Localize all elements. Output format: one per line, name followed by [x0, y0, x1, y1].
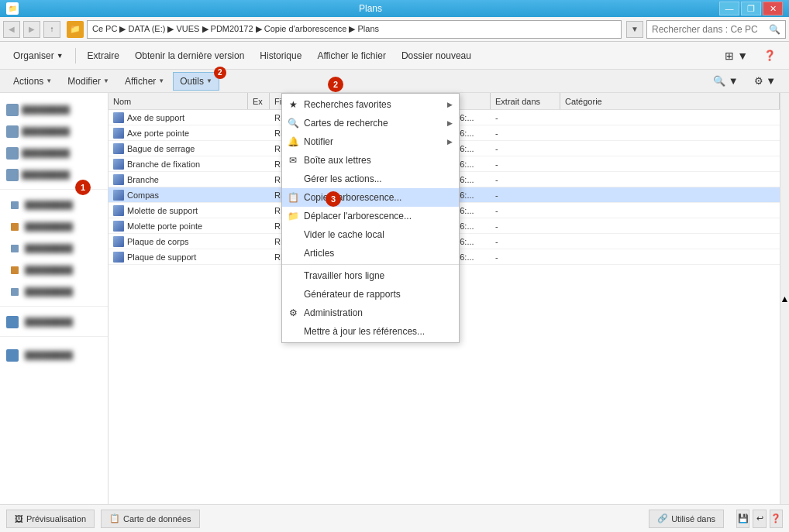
file-icon [113, 112, 124, 123]
menu-item-notifier[interactable]: 🔔 Notifier [282, 132, 459, 151]
menu-item-travailler-hors-ligne[interactable]: Travailler hors ligne [282, 266, 459, 285]
col-ex[interactable]: Ex [248, 93, 270, 109]
file-ex [248, 218, 270, 233]
modifier-button[interactable]: Modifier ▼ [60, 72, 116, 91]
title-bar: 📁 Plans — ❐ ✕ [0, 0, 789, 17]
toolbar-separator-1 [75, 48, 76, 63]
menu-item-gerer-les-actions[interactable]: Gérer les actions... [282, 170, 459, 188]
config-button[interactable]: ⚙ ▼ [747, 72, 783, 91]
sidebar-item-5[interactable]: ████████ [0, 194, 108, 216]
carte-donnees-button[interactable]: 📋 Carte de données [101, 510, 199, 528]
right-scrollbar[interactable]: ▲ [780, 93, 789, 504]
minimize-button[interactable]: — [719, 2, 739, 15]
file-name: Molette de support [127, 206, 198, 215]
menu-item-deplacer-arborescence[interactable]: 📁 Déplacer l'arborescence... [282, 207, 459, 225]
undo-button[interactable]: ↩ [753, 510, 766, 528]
close-button[interactable]: ✕ [763, 2, 783, 15]
modifier-arrow: ▼ [103, 77, 109, 84]
outils-button[interactable]: Outils ▼ 2 [173, 72, 219, 91]
afficher-button[interactable]: Afficher ▼ [118, 72, 171, 91]
file-categorie [560, 110, 780, 125]
up-button[interactable]: ↑ [43, 21, 60, 38]
file-ex [248, 203, 270, 218]
col-nom[interactable]: Nom [109, 93, 248, 109]
sidebar-item-10[interactable]: ████████ [0, 311, 108, 333]
info-button[interactable]: ❓ [770, 510, 783, 528]
menu-item-icon-copier-arborescence: 📋 [287, 191, 299, 204]
sidebar-item-11-icon [6, 349, 19, 362]
search-input[interactable] [652, 24, 769, 35]
zoom-button[interactable]: 🔍 ▼ [706, 72, 745, 91]
search-bar[interactable]: 🔍 [646, 20, 786, 39]
window-controls: — ❐ ✕ [719, 2, 783, 15]
file-name: Axe porte pointe [127, 129, 189, 138]
file-name: Branche [127, 175, 159, 184]
col-categorie[interactable]: Catégorie [560, 93, 780, 109]
secondary-toolbar: Actions ▼ Modifier ▼ Afficher ▼ Outils ▼… [0, 70, 789, 93]
menu-item-vider-cache-local[interactable]: Vider le cache local [282, 225, 459, 244]
extraire-button[interactable]: Extraire [81, 45, 126, 67]
address-path: Ce PC ▶ DATA (E:) ▶ VUES ▶ PDM20172 ▶ Co… [92, 24, 379, 34]
sidebar-item-6[interactable]: ████████ [0, 216, 108, 238]
badge-3: 2 [328, 77, 343, 92]
utilise-dans-button[interactable]: 🔗 Utilisé dans [649, 510, 724, 528]
actions-button[interactable]: Actions ▼ [6, 72, 59, 91]
menu-item-articles[interactable]: Articles [282, 244, 459, 263]
dossier-nouveau-button[interactable]: Dossier nouveau [394, 45, 478, 67]
afficher-fichier-button[interactable]: Afficher le fichier [310, 45, 392, 67]
col-extrait-dans[interactable]: Extrait dans [491, 93, 560, 109]
refresh-button[interactable]: ▼ [626, 21, 643, 38]
sidebar-item-11[interactable]: ████████ [0, 345, 108, 366]
back-button[interactable]: ◀ [3, 21, 20, 38]
obtenir-button[interactable]: Obtenir la dernière version [128, 45, 251, 67]
sidebar-item-5-label: ████████ [25, 201, 73, 210]
sidebar-item-3-icon [6, 147, 19, 160]
restore-button[interactable]: ❐ [741, 2, 761, 15]
forward-button[interactable]: ▶ [23, 21, 40, 38]
view-options-button[interactable]: ⊞ ▼ [718, 45, 755, 67]
organiser-button[interactable]: Organiser ▼ [6, 45, 71, 67]
sidebar-item-8[interactable]: ████████ [0, 259, 108, 281]
outils-menu: ★ Recherches favorites 🔍 Cartes de reche… [281, 93, 460, 343]
file-categorie [560, 156, 780, 171]
main-toolbar: Organiser ▼ Extraire Obtenir la dernière… [0, 42, 789, 70]
sidebar-item-8-label: ████████ [25, 266, 73, 275]
menu-item-boite-aux-lettres[interactable]: ✉ Boîte aux lettres [282, 151, 459, 170]
file-categorie [560, 187, 780, 202]
extraire-label: Extraire [88, 50, 119, 61]
sidebar-item-9[interactable]: ████████ [0, 281, 108, 303]
menu-item-recherches-favorites[interactable]: ★ Recherches favorites [282, 95, 459, 114]
sidebar-item-2[interactable]: ████████ [0, 121, 108, 142]
sidebar-group-4: ████████ [0, 338, 108, 372]
menu-item-cartes-de-recherche[interactable]: 🔍 Cartes de recherche [282, 114, 459, 132]
outils-arrow: ▼ [206, 77, 212, 84]
file-name: Axe de support [127, 113, 184, 122]
sidebar-item-7[interactable]: ████████ [0, 238, 108, 259]
sidebar-item-4[interactable]: ████████ [0, 164, 108, 186]
actions-arrow: ▼ [46, 77, 52, 84]
save-button[interactable]: 💾 [736, 510, 749, 528]
sidebar-item-4-label: ████████ [22, 170, 70, 180]
sidebar-item-11-label: ████████ [25, 351, 73, 360]
obtenir-label: Obtenir la dernière version [135, 50, 244, 61]
utilise-label: Utilisé dans [671, 514, 715, 523]
sidebar-item-3-label: ████████ [22, 149, 70, 158]
sidebar-item-7-label: ████████ [25, 244, 73, 253]
previsualisation-button[interactable]: 🖼 Prévisualisation [6, 510, 95, 528]
address-bar[interactable]: Ce PC ▶ DATA (E:) ▶ VUES ▶ PDM20172 ▶ Co… [87, 20, 622, 39]
menu-item-mettre-a-jour[interactable]: Mettre à jour les références... [282, 322, 459, 341]
file-icon [113, 205, 124, 216]
carte-donnees-label: Carte de données [123, 514, 191, 523]
menu-item-administration[interactable]: ⚙ Administration [282, 304, 459, 322]
file-icon [113, 174, 124, 185]
historique-button[interactable]: Historique [253, 45, 308, 67]
sidebar-item-2-label: ████████ [22, 127, 70, 136]
help-button[interactable]: ❓ [756, 45, 783, 67]
menu-item-icon-notifier: 🔔 [287, 136, 299, 148]
menu-item-generateur-rapports[interactable]: Générateur de rapports [282, 285, 459, 304]
sidebar-item-1[interactable]: ████████ [0, 99, 108, 121]
sidebar-item-1-icon [6, 104, 19, 116]
sidebar-item-3[interactable]: ████████ [0, 142, 108, 164]
menu-item-copier-arborescence[interactable]: 📋 Copier l'arborescence... [282, 188, 459, 207]
window-title: Plans [22, 3, 719, 14]
